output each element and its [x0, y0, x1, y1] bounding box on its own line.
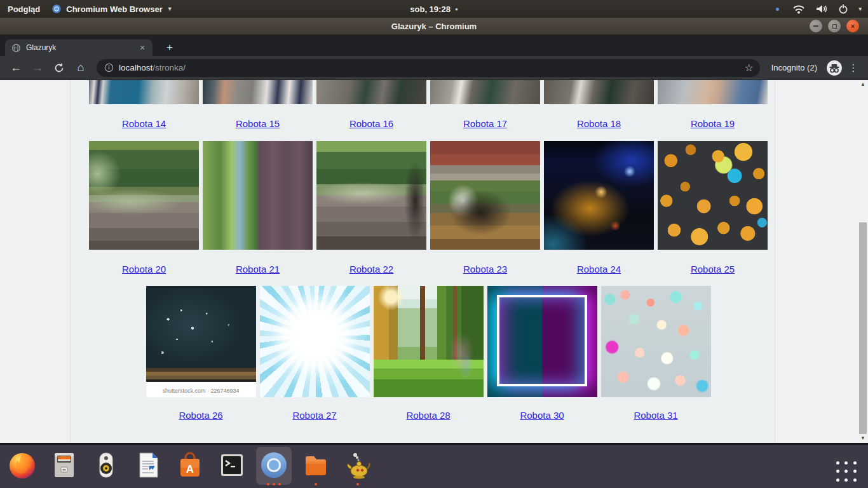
gallery-link[interactable]: Robota 27: [292, 410, 336, 421]
reload-icon: [54, 63, 64, 73]
gallery-item: shutterstock.com · 226746934Robota 26: [146, 286, 256, 421]
gallery-link[interactable]: Robota 24: [577, 264, 621, 275]
system-status-area[interactable]: ▾: [792, 4, 862, 14]
gallery-link[interactable]: Robota 28: [406, 410, 450, 421]
dock-files-icon[interactable]: [301, 447, 331, 485]
minecraft-scene-thumbnail: [374, 286, 484, 397]
tab-strip: Glazuryk ✕ +: [0, 35, 868, 56]
tree-trunk-foliage-thumbnail: [203, 141, 313, 250]
chevron-down-icon: ▼: [167, 6, 173, 12]
home-button[interactable]: ⌂: [71, 58, 90, 78]
street-portrait-teal-thumbnail: [89, 80, 199, 104]
volume-icon: [815, 4, 828, 14]
gallery-link[interactable]: Robota 25: [691, 264, 735, 275]
gallery-item: Robota 20: [89, 141, 199, 275]
new-tab-button[interactable]: +: [161, 41, 178, 55]
dock-terminal-icon[interactable]: [217, 447, 247, 485]
dock-archive-cabinet-icon[interactable]: [49, 447, 79, 485]
scroll-up-icon[interactable]: ▲: [858, 80, 868, 89]
running-indicator: [259, 483, 289, 485]
gallery-link[interactable]: Robota 22: [349, 264, 393, 275]
dock-firefox-icon[interactable]: [7, 447, 37, 485]
dock-genie-lamp-game-icon[interactable]: [342, 447, 373, 485]
address-bar[interactable]: localhost/stronka/ ☆: [97, 59, 760, 77]
gallery-item: Robota 15: [203, 80, 313, 130]
gallery-link[interactable]: Robota 23: [463, 264, 507, 275]
neon-square-thumbnail: [487, 286, 597, 397]
dock-rhythmbox-icon[interactable]: [91, 447, 121, 485]
dark-glitter-thumbnail: shutterstock.com · 226746934: [146, 286, 256, 397]
gallery-item: Robota 27: [260, 286, 370, 421]
app-menu-button[interactable]: Chromium Web Browser ▼: [51, 4, 172, 14]
gallery-link[interactable]: Robota 19: [691, 118, 735, 130]
orange-bokeh-thumbnail: [658, 141, 768, 250]
pastel-bokeh-thumbnail: [601, 286, 711, 397]
show-applications-button[interactable]: [834, 459, 859, 484]
gallery-row: Robota 14Robota 15Robota 16Robota 17Robo…: [82, 80, 775, 130]
ubuntu-top-panel: Podgląd Chromium Web Browser ▼ sob, 19:2…: [0, 0, 868, 18]
gallery-link[interactable]: Robota 31: [634, 410, 677, 421]
gallery-item: Robota 21: [203, 141, 313, 275]
abstract-orange-blue-glow-thumbnail: [544, 141, 654, 250]
car-interior-people-thumbnail: [203, 80, 313, 104]
gallery-link[interactable]: Robota 14: [122, 118, 166, 130]
clock[interactable]: sob, 19:28 ●: [410, 4, 458, 14]
svg-text:A: A: [186, 463, 194, 475]
gallery-link[interactable]: Robota 21: [236, 264, 280, 275]
tab-title: Glazuryk: [26, 43, 132, 52]
dock-chromium-icon[interactable]: [259, 447, 289, 485]
chevron-down-icon: ▾: [858, 6, 862, 12]
gallery-link[interactable]: Robota 30: [520, 410, 564, 421]
window-titlebar: Glazuryk – Chromium ×: [0, 18, 868, 35]
gallery-link[interactable]: Robota 18: [577, 118, 621, 130]
back-button[interactable]: ←: [6, 58, 25, 78]
gallery-item: Robota 22: [316, 141, 426, 275]
gallery-link[interactable]: Robota 16: [349, 118, 393, 130]
park-path-thumbnail: [89, 141, 199, 250]
chromium-mini-icon: [51, 4, 62, 14]
url-text[interactable]: localhost/stronka/: [119, 63, 739, 72]
gallery-container: Robota 14Robota 15Robota 16Robota 17Robo…: [70, 80, 775, 443]
gallery-row: Robota 20Robota 21Robota 22Robota 23Robo…: [82, 141, 775, 275]
watermark-text: shutterstock.com · 226746934: [146, 388, 256, 394]
tab-glazuryk[interactable]: Glazuryk ✕: [5, 39, 153, 56]
close-button[interactable]: ×: [846, 20, 859, 32]
maximize-button[interactable]: [828, 20, 841, 32]
statues-brick-building-thumbnail: [430, 141, 540, 250]
gallery-link[interactable]: Robota 26: [179, 410, 222, 421]
gallery-item: Robota 16: [316, 80, 426, 130]
light-burst-thumbnail: [260, 286, 370, 397]
gallery-item: Robota 17: [430, 80, 540, 130]
browser-menu-icon[interactable]: ⋮: [845, 62, 862, 74]
gallery-row: shutterstock.com · 226746934Robota 26Rob…: [82, 286, 775, 421]
minimize-button[interactable]: [810, 20, 822, 32]
person-gray-shirt-thumbnail: [658, 80, 768, 104]
reload-button[interactable]: [50, 58, 69, 78]
globe-favicon-icon: [11, 43, 21, 53]
gallery-item: Robota 30: [487, 286, 597, 421]
gallery-item: Robota 23: [430, 141, 540, 275]
park-panorama-thumbnail: [316, 141, 426, 250]
scrollbar-thumb[interactable]: [859, 222, 867, 434]
cobblestone-feet-thumbnail: [430, 80, 540, 104]
cobblestone-bench-thumbnail: [316, 80, 426, 104]
tab-close-icon[interactable]: ✕: [137, 43, 147, 53]
gallery-item: Robota 25: [658, 141, 768, 275]
vertical-scrollbar[interactable]: ▲ ▼: [858, 80, 868, 443]
dock-libreoffice-writer-icon[interactable]: [133, 447, 163, 485]
gallery-item: Robota 31: [601, 286, 711, 421]
site-info-icon[interactable]: [104, 63, 114, 72]
power-icon: [838, 4, 848, 14]
activities-button[interactable]: Podgląd: [8, 4, 40, 14]
notification-dot-icon: ●: [455, 6, 458, 12]
gallery-link[interactable]: Robota 17: [463, 118, 507, 130]
dock-ubuntu-software-icon[interactable]: A: [175, 447, 205, 485]
scroll-down-icon[interactable]: ▼: [858, 434, 868, 443]
gallery-link[interactable]: Robota 20: [122, 264, 166, 275]
gallery-item: Robota 24: [544, 141, 654, 275]
page-content: Robota 14Robota 15Robota 16Robota 17Robo…: [0, 80, 858, 443]
forward-button[interactable]: →: [28, 58, 47, 78]
bookmark-star-icon[interactable]: ☆: [744, 62, 753, 74]
gallery-link[interactable]: Robota 15: [236, 118, 280, 130]
browser-toolbar: ← → ⌂ localhost/stronka/ ☆ Incognito (2)…: [0, 56, 868, 80]
